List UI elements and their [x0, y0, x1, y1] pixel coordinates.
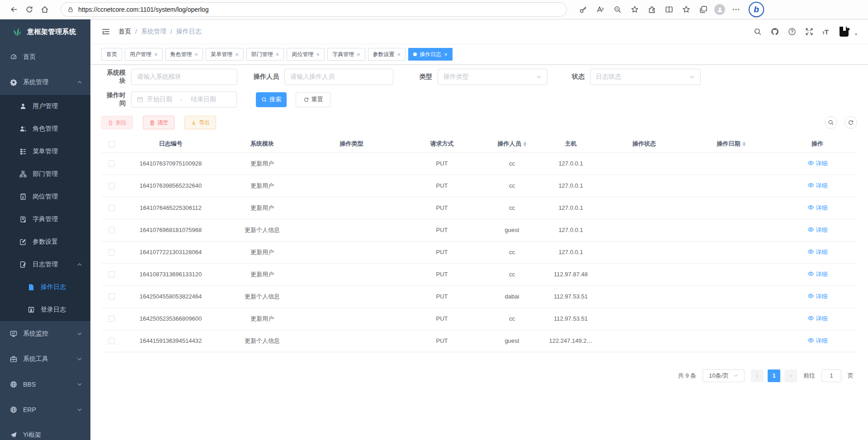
app-logo[interactable]: 意框架管理系统	[0, 19, 90, 44]
date-range-input[interactable]: 开始日期 - 结束日期	[131, 91, 237, 108]
row-checkbox[interactable]	[108, 205, 115, 211]
tab-角色管理[interactable]: 角色管理×	[165, 48, 203, 61]
sidebar-item-log[interactable]: 日志管理	[0, 253, 90, 276]
tab-参数设置[interactable]: 参数设置×	[368, 48, 406, 61]
close-icon[interactable]: ×	[154, 52, 158, 57]
current-page-button[interactable]: 1	[768, 369, 780, 382]
column-header[interactable]: 操作日期	[685, 136, 778, 152]
caret-down-icon[interactable]: ▾	[855, 32, 857, 38]
add-favorite-icon[interactable]	[628, 2, 641, 17]
show-search-toggle-icon[interactable]	[825, 116, 837, 129]
sidebar-toggle-icon[interactable]	[101, 27, 110, 36]
help-icon[interactable]	[788, 28, 796, 36]
sidebar-item-dict[interactable]: 字典管理	[0, 208, 90, 231]
close-icon[interactable]: ×	[235, 52, 239, 57]
sidebar-item-system[interactable]: 系统管理	[0, 70, 90, 95]
sidebar-item-erp[interactable]: ERP	[0, 397, 90, 422]
row-checkbox[interactable]	[108, 249, 115, 255]
password-key-icon[interactable]	[577, 2, 590, 17]
tab-字典管理[interactable]: 字典管理×	[327, 48, 365, 61]
sidebar-item-post[interactable]: 岗位管理	[0, 185, 90, 208]
row-checkbox[interactable]	[108, 161, 115, 167]
next-page-button[interactable]: ›	[784, 369, 797, 382]
detail-link[interactable]: 详细	[807, 226, 828, 234]
sidebar-item-tool[interactable]: 系统工具	[0, 346, 90, 372]
breadcrumb-system[interactable]: 系统管理	[141, 28, 166, 36]
sidebar-item-yiframe[interactable]: Yi框架	[0, 422, 90, 440]
column-header[interactable]: 操作人员	[486, 136, 538, 152]
favorites-bar-icon[interactable]	[680, 2, 693, 17]
github-icon[interactable]	[771, 28, 779, 36]
search-button[interactable]: 搜索	[256, 92, 287, 107]
sidebar-item-home[interactable]: 首页	[0, 44, 90, 70]
fullscreen-icon[interactable]	[805, 28, 813, 36]
module-input[interactable]: 请输入系统模块	[131, 69, 237, 85]
sidebar-item-monitor[interactable]: 系统监控	[0, 321, 90, 346]
detail-link[interactable]: 详细	[807, 182, 828, 190]
tab-岗位管理[interactable]: 岗位管理×	[287, 48, 325, 61]
close-icon[interactable]: ×	[444, 52, 448, 57]
extensions-icon[interactable]	[646, 2, 658, 17]
operator-input[interactable]: 请输入操作人员	[284, 69, 393, 85]
row-checkbox[interactable]	[108, 338, 115, 344]
detail-link[interactable]: 详细	[807, 160, 828, 168]
detail-link[interactable]: 详细	[807, 315, 828, 323]
breadcrumb-home[interactable]: 首页	[118, 28, 131, 36]
goto-page-input[interactable]	[821, 369, 841, 382]
detail-link[interactable]: 详细	[807, 270, 828, 279]
sidebar-item-loginlog[interactable]: 登录日志	[0, 298, 90, 321]
refresh-icon[interactable]	[22, 2, 37, 17]
row-checkbox[interactable]	[108, 183, 115, 189]
close-icon[interactable]: ×	[195, 52, 198, 57]
detail-link[interactable]: 详细	[807, 337, 828, 345]
sidebar-item-user[interactable]: 用户管理	[0, 95, 90, 118]
more-menu-icon[interactable]	[730, 2, 742, 17]
close-icon[interactable]: ×	[316, 52, 320, 57]
reset-button[interactable]: 重置	[296, 92, 330, 107]
tab-用户管理[interactable]: 用户管理×	[125, 48, 163, 61]
row-checkbox[interactable]	[108, 293, 115, 300]
row-checkbox[interactable]	[108, 316, 115, 322]
sidebar-item-menu[interactable]: 菜单管理	[0, 140, 90, 163]
close-icon[interactable]: ×	[397, 52, 401, 57]
delete-button[interactable]: 删除	[101, 116, 133, 129]
collections-icon[interactable]	[697, 2, 710, 17]
select-all-checkbox[interactable]	[108, 141, 115, 147]
zoom-out-icon[interactable]	[611, 2, 624, 17]
yi-logo-icon[interactable]	[838, 25, 851, 38]
sidebar-item-operlog[interactable]: 操作日志	[0, 276, 90, 298]
url-text[interactable]: https://ccnetcore.com:1101/system/log/op…	[78, 6, 208, 13]
back-icon[interactable]	[6, 2, 22, 17]
profile-avatar[interactable]	[714, 4, 725, 15]
sidebar-item-dept[interactable]: 部门管理	[0, 163, 90, 185]
tab-首页[interactable]: 首页	[101, 48, 122, 61]
sidebar-item-role[interactable]: 角色管理	[0, 118, 90, 140]
detail-link[interactable]: 详细	[807, 293, 828, 301]
read-aloud-icon[interactable]	[594, 2, 607, 17]
status-select[interactable]: 日志状态	[590, 69, 701, 85]
close-icon[interactable]: ×	[276, 52, 279, 57]
row-checkbox[interactable]	[108, 271, 115, 278]
row-checkbox[interactable]	[108, 227, 115, 233]
sort-icon[interactable]	[742, 142, 746, 147]
bing-discover-icon[interactable]: b	[749, 2, 764, 17]
clear-button[interactable]: 清空	[143, 116, 175, 129]
page-size-select[interactable]: 10条/页	[703, 369, 745, 382]
tab-操作日志[interactable]: 操作日志×	[408, 48, 453, 61]
refresh-table-icon[interactable]	[844, 116, 857, 129]
sidebar-item-bbs[interactable]: BBS	[0, 372, 90, 397]
address-bar[interactable]: https://ccnetcore.com:1101/system/log/op…	[61, 2, 567, 17]
type-select[interactable]: 操作类型	[438, 69, 547, 85]
close-icon[interactable]: ×	[357, 52, 360, 57]
home-icon[interactable]	[37, 2, 52, 17]
split-screen-icon[interactable]	[663, 2, 675, 17]
font-size-icon[interactable]: тT	[822, 28, 829, 36]
detail-link[interactable]: 详细	[807, 204, 828, 212]
sort-icon[interactable]	[523, 142, 527, 147]
prev-page-button[interactable]: ‹	[751, 369, 764, 382]
tab-菜单管理[interactable]: 菜单管理×	[206, 48, 244, 61]
export-button[interactable]: 导出	[184, 116, 216, 129]
detail-link[interactable]: 详细	[807, 248, 828, 256]
tab-部门管理[interactable]: 部门管理×	[246, 48, 284, 61]
search-icon[interactable]	[754, 28, 762, 36]
